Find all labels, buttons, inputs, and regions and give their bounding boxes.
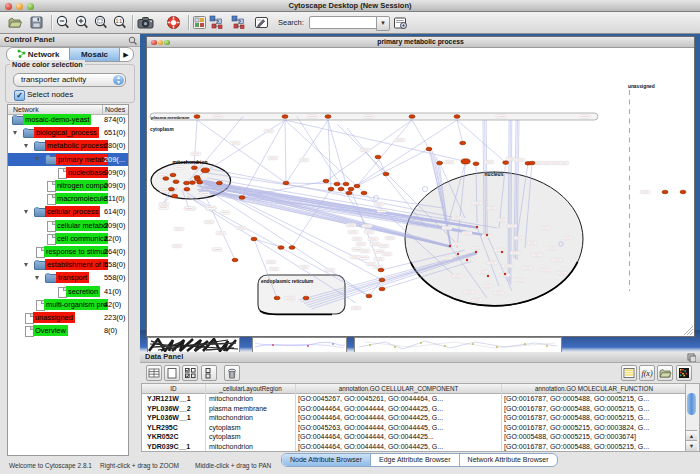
svg-text:f(x): f(x) bbox=[641, 369, 652, 378]
svg-text:endoplasmic reticulum: endoplasmic reticulum bbox=[261, 279, 313, 284]
svg-text:nucleus: nucleus bbox=[485, 171, 504, 177]
svg-text:1:1: 1:1 bbox=[116, 19, 123, 24]
svg-text:cytoplasm: cytoplasm bbox=[150, 127, 174, 132]
svg-text:mitochondrion: mitochondrion bbox=[173, 159, 208, 165]
svg-text:plasma membrane: plasma membrane bbox=[151, 115, 190, 120]
svg-text:unassigned: unassigned bbox=[628, 84, 655, 89]
